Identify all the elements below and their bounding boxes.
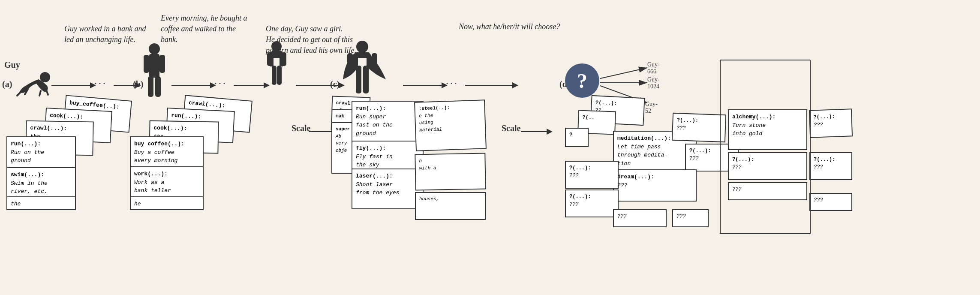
card-alchemy-3: ??? [728,182,807,200]
svg-line-3 [39,91,41,96]
arrow-dots-c [234,82,270,88]
card-far-r3: ??? [809,193,852,211]
svg-rect-20 [372,53,377,70]
card-far-r2: ?(...): ??? [809,152,852,180]
card-far-r1: ?(...): ??? [809,108,853,138]
arrow-dots-b [114,82,141,88]
guy-666-label: Guy-666 [647,61,660,75]
svg-rect-15 [277,66,282,85]
narrative-b: Guy worked in a bank andled an unchangin… [64,24,150,45]
card-c-laser: laser(...): Shoot laserfrom the eyes [352,169,424,209]
svg-rect-17 [356,66,361,93]
card-d-bm2: ??? [672,209,709,227]
card-c-right2: hwith a [415,153,486,191]
superhero-silhouette [343,41,394,98]
svg-rect-19 [347,53,353,70]
svg-rect-8 [159,55,165,73]
svg-point-0 [40,72,50,82]
baby-silhouette [13,66,51,98]
svg-line-4 [46,90,48,95]
card-d-bl1: ?(...): ??? [565,161,619,189]
scale-arrow-2 [521,129,553,135]
card-d-bl2: ?(...): ??? [565,190,619,217]
arrow-c-dots [403,82,448,88]
scale-label-2: Scale [502,123,520,133]
svg-rect-6 [149,54,159,78]
svg-point-16 [356,41,368,53]
dots-bc: ... [214,75,227,87]
card-a-the: the [6,196,76,210]
narrative-e: Now, what he/her/it will choose? [459,21,566,32]
card-c-right1: :steel(..): e theusingmaterial [414,99,487,151]
card-alchemy: alchemy(...): Turn stoneinto gold [728,109,807,150]
svg-line-21 [600,68,647,78]
narrative-c: Every morning, he bought acoffee and wal… [161,13,251,45]
card-d-back3: ? [565,128,589,147]
question-circle: ? [565,63,599,98]
svg-rect-13 [281,52,286,66]
card-alchemy-2: ?(...): ??? [728,152,807,180]
scale-label-1: Scale [292,123,310,133]
card-d-bm1: ??? [613,209,667,227]
svg-rect-7 [144,55,149,73]
arrow-b-dots [171,82,216,88]
svg-rect-10 [155,76,161,97]
arrow-dots-d [465,82,518,88]
svg-line-1 [17,91,21,96]
man-b-silhouette [141,43,167,100]
card-d-dream: dream(...): ??? [613,169,697,202]
card-b-he: he [130,196,204,210]
svg-rect-14 [272,66,277,85]
svg-rect-18 [363,66,369,93]
guy-52-label: Guy-52 [645,101,658,114]
card-d-r1: ?(...): ??? [672,113,726,142]
dots-ab: ... [94,75,107,87]
card-c-right3: houses, [415,192,486,220]
girl-silhouette [265,41,289,90]
dots-cd: ... [446,75,459,87]
question-mark: ? [577,69,587,93]
svg-point-5 [149,43,160,54]
section-a: (a) [2,79,12,89]
arrow-c-right [296,82,345,88]
svg-point-11 [271,41,282,51]
main-scene: Guy worked in a bank andled an unchangin… [0,0,980,295]
arrow-a-dots [51,82,96,88]
svg-rect-12 [267,52,272,66]
svg-rect-9 [148,76,153,97]
